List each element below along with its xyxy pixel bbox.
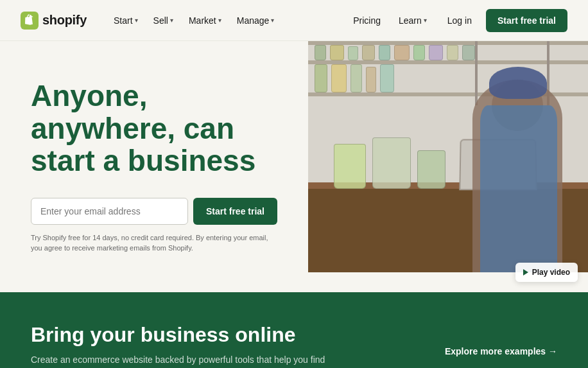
bottom-section: Bring your business online Create an eco… xyxy=(0,292,588,368)
logo-text: shopify xyxy=(42,13,87,28)
logo[interactable]: shopify xyxy=(21,12,87,30)
navbar: shopify Start ▾ Sell ▾ Market ▾ Manage ▾… xyxy=(0,0,588,41)
learn-chevron-icon: ▾ xyxy=(424,17,427,24)
play-video-label: Play video xyxy=(532,268,570,277)
play-video-button[interactable]: Play video xyxy=(515,263,578,282)
hero-image xyxy=(308,41,588,272)
play-icon xyxy=(523,269,528,276)
nav-start-label: Start xyxy=(114,15,133,26)
nav-left: Start ▾ Sell ▾ Market ▾ Manage ▾ xyxy=(107,10,281,31)
hero-form: Start free trial xyxy=(31,198,277,225)
nav-manage-label: Manage xyxy=(237,15,270,26)
nav-manage[interactable]: Manage ▾ xyxy=(230,10,281,31)
nav-sell-label: Sell xyxy=(153,15,168,26)
hero-title-line2: start a business xyxy=(31,144,255,177)
hero-title-line1: Anyone, anywhere, can xyxy=(31,79,234,145)
nav-login[interactable]: Log in xyxy=(438,10,481,31)
bottom-right: Explore more examples → xyxy=(445,346,557,356)
shopify-bag-icon xyxy=(21,12,39,30)
market-chevron-icon: ▾ xyxy=(218,17,221,24)
manage-chevron-icon: ▾ xyxy=(271,17,274,24)
nav-start[interactable]: Start ▾ xyxy=(107,10,144,31)
nav-pricing[interactable]: Pricing xyxy=(347,10,387,31)
nav-start-trial-button[interactable]: Start free trial xyxy=(486,9,567,32)
hero-start-trial-button[interactable]: Start free trial xyxy=(193,198,277,225)
nav-learn-label: Learn xyxy=(399,15,422,26)
bottom-description: Create an ecommerce website backed by po… xyxy=(31,353,365,368)
nav-sell[interactable]: Sell ▾ xyxy=(147,10,180,31)
bottom-left: Bring your business online Create an eco… xyxy=(31,323,445,368)
start-chevron-icon: ▾ xyxy=(135,17,138,24)
email-input[interactable] xyxy=(31,198,188,225)
explore-link[interactable]: Explore more examples → xyxy=(445,346,557,356)
hero-left: Anyone, anywhere, can start a business S… xyxy=(0,41,308,292)
hero-section: Anyone, anywhere, can start a business S… xyxy=(0,41,588,292)
bottom-title: Bring your business online xyxy=(31,323,445,347)
hero-title: Anyone, anywhere, can start a business xyxy=(31,80,277,177)
hero-right: Play video xyxy=(308,41,588,292)
sell-chevron-icon: ▾ xyxy=(170,17,173,24)
nav-market-label: Market xyxy=(189,15,216,26)
nav-market[interactable]: Market ▾ xyxy=(182,10,228,31)
hero-disclaimer: Try Shopify free for 14 days, no credit … xyxy=(31,232,275,254)
nav-right: Pricing Learn ▾ Log in Start free trial xyxy=(347,9,567,32)
nav-learn[interactable]: Learn ▾ xyxy=(392,10,433,31)
